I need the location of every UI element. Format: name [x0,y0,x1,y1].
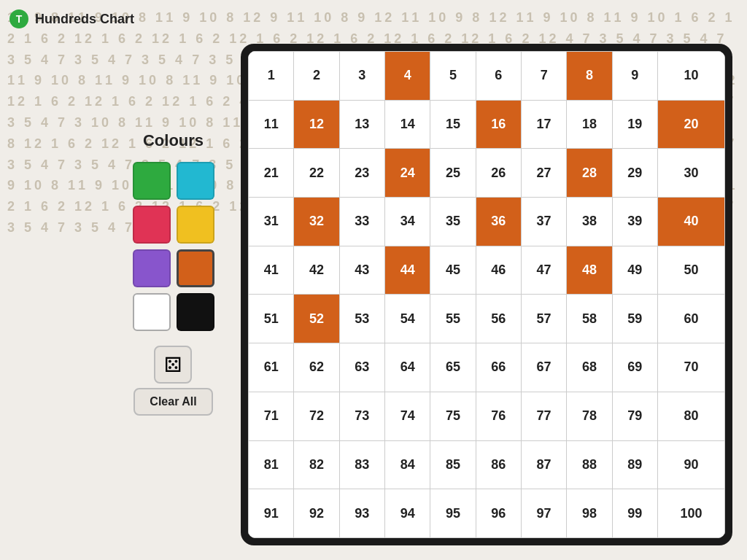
chart-cell-96[interactable]: 96 [476,489,521,538]
colour-red[interactable] [133,206,171,244]
chart-cell-64[interactable]: 64 [384,343,430,392]
chart-cell-14[interactable]: 14 [384,100,430,149]
chart-cell-98[interactable]: 98 [567,489,612,538]
colour-orange[interactable] [177,249,214,287]
chart-cell-100[interactable]: 100 [657,489,724,538]
chart-cell-81[interactable]: 81 [249,440,294,489]
chart-cell-30[interactable]: 30 [657,149,724,198]
chart-cell-2[interactable]: 2 [294,52,339,101]
chart-cell-39[interactable]: 39 [612,198,657,246]
chart-cell-27[interactable]: 27 [521,149,566,198]
chart-cell-8[interactable]: 8 [567,52,612,101]
chart-cell-19[interactable]: 19 [612,100,657,149]
chart-cell-88[interactable]: 88 [567,440,612,489]
chart-cell-78[interactable]: 78 [567,392,612,440]
chart-cell-67[interactable]: 67 [521,343,566,392]
chart-cell-48[interactable]: 48 [567,246,612,295]
chart-cell-57[interactable]: 57 [521,295,566,343]
chart-cell-23[interactable]: 23 [339,149,384,198]
chart-cell-74[interactable]: 74 [384,392,430,440]
chart-cell-46[interactable]: 46 [476,246,521,295]
chart-cell-28[interactable]: 28 [567,149,612,198]
chart-cell-3[interactable]: 3 [339,52,384,101]
chart-cell-47[interactable]: 47 [521,246,566,295]
chart-cell-31[interactable]: 31 [249,198,294,246]
chart-cell-32[interactable]: 32 [294,198,339,246]
chart-cell-70[interactable]: 70 [657,343,724,392]
chart-cell-37[interactable]: 37 [521,198,566,246]
chart-cell-20[interactable]: 20 [657,100,724,149]
colour-yellow[interactable] [177,206,214,244]
chart-cell-76[interactable]: 76 [476,392,521,440]
chart-cell-42[interactable]: 42 [294,246,339,295]
colour-white[interactable] [133,293,171,331]
chart-cell-41[interactable]: 41 [249,246,294,295]
chart-cell-18[interactable]: 18 [567,100,612,149]
chart-cell-13[interactable]: 13 [339,100,384,149]
dice-button[interactable]: ⚄ [154,346,192,384]
chart-cell-49[interactable]: 49 [612,246,657,295]
chart-cell-7[interactable]: 7 [521,52,566,101]
chart-cell-4[interactable]: 4 [384,52,430,101]
colour-purple[interactable] [133,249,171,287]
chart-cell-33[interactable]: 33 [339,198,384,246]
chart-cell-65[interactable]: 65 [430,343,476,392]
chart-cell-94[interactable]: 94 [384,489,430,538]
chart-cell-26[interactable]: 26 [476,149,521,198]
chart-cell-63[interactable]: 63 [339,343,384,392]
chart-cell-89[interactable]: 89 [612,440,657,489]
chart-cell-85[interactable]: 85 [430,440,476,489]
colour-green[interactable] [133,162,171,200]
chart-cell-86[interactable]: 86 [476,440,521,489]
chart-cell-11[interactable]: 11 [249,100,294,149]
clear-all-button[interactable]: Clear All [133,388,212,416]
chart-cell-24[interactable]: 24 [384,149,430,198]
chart-cell-84[interactable]: 84 [384,440,430,489]
chart-cell-95[interactable]: 95 [430,489,476,538]
chart-cell-45[interactable]: 45 [430,246,476,295]
chart-cell-40[interactable]: 40 [657,198,724,246]
chart-cell-10[interactable]: 10 [657,52,724,101]
chart-cell-83[interactable]: 83 [339,440,384,489]
chart-cell-90[interactable]: 90 [657,440,724,489]
chart-cell-82[interactable]: 82 [294,440,339,489]
chart-cell-52[interactable]: 52 [294,295,339,343]
chart-cell-21[interactable]: 21 [249,149,294,198]
chart-cell-16[interactable]: 16 [476,100,521,149]
chart-cell-53[interactable]: 53 [339,295,384,343]
colour-black[interactable] [177,293,214,331]
chart-cell-55[interactable]: 55 [430,295,476,343]
chart-cell-58[interactable]: 58 [567,295,612,343]
chart-cell-61[interactable]: 61 [249,343,294,392]
chart-cell-29[interactable]: 29 [612,149,657,198]
chart-cell-38[interactable]: 38 [567,198,612,246]
chart-cell-72[interactable]: 72 [294,392,339,440]
chart-cell-12[interactable]: 12 [294,100,339,149]
chart-cell-80[interactable]: 80 [657,392,724,440]
chart-cell-5[interactable]: 5 [430,52,476,101]
chart-cell-54[interactable]: 54 [384,295,430,343]
chart-cell-87[interactable]: 87 [521,440,566,489]
chart-cell-22[interactable]: 22 [294,149,339,198]
chart-cell-50[interactable]: 50 [657,246,724,295]
chart-cell-93[interactable]: 93 [339,489,384,538]
chart-cell-66[interactable]: 66 [476,343,521,392]
chart-cell-60[interactable]: 60 [657,295,724,343]
chart-cell-43[interactable]: 43 [339,246,384,295]
chart-cell-91[interactable]: 91 [249,489,294,538]
chart-cell-6[interactable]: 6 [476,52,521,101]
chart-cell-51[interactable]: 51 [249,295,294,343]
chart-cell-15[interactable]: 15 [430,100,476,149]
chart-cell-17[interactable]: 17 [521,100,566,149]
chart-cell-62[interactable]: 62 [294,343,339,392]
chart-cell-97[interactable]: 97 [521,489,566,538]
chart-cell-75[interactable]: 75 [430,392,476,440]
chart-cell-59[interactable]: 59 [612,295,657,343]
chart-cell-73[interactable]: 73 [339,392,384,440]
chart-cell-9[interactable]: 9 [612,52,657,101]
chart-cell-1[interactable]: 1 [249,52,294,101]
chart-cell-44[interactable]: 44 [384,246,430,295]
chart-cell-71[interactable]: 71 [249,392,294,440]
chart-cell-77[interactable]: 77 [521,392,566,440]
chart-cell-25[interactable]: 25 [430,149,476,198]
